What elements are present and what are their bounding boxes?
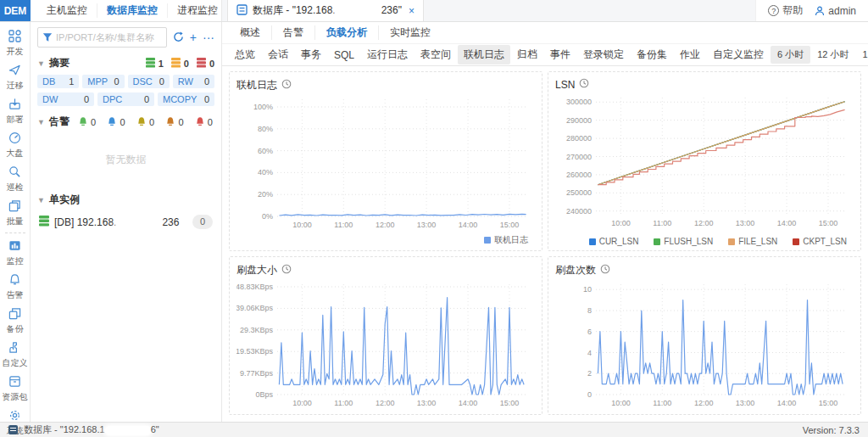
sidebar-item-告警[interactable]: 告警: [0, 270, 30, 304]
add-instance-icon[interactable]: +: [190, 31, 197, 43]
chart-panel-flush-count: 刷盘次数024681010:0011:0012:0013:0014:0015:0…: [548, 256, 861, 415]
svg-text:11:00: 11:00: [653, 219, 671, 227]
help-button[interactable]: ?帮助: [768, 3, 803, 18]
online-log-chart[interactable]: 0%20%40%60%80%100%10:0011:0012:0013:0014…: [236, 92, 537, 232]
close-tab-icon[interactable]: ×: [409, 5, 415, 17]
module-tab-1[interactable]: 主机监控: [37, 3, 97, 18]
subtab-联机日志[interactable]: 联机日志: [458, 45, 510, 64]
subtab-归档[interactable]: 归档: [511, 45, 543, 64]
svg-text:8: 8: [587, 306, 592, 315]
chip-label: DSC: [133, 76, 153, 87]
legend-item-CUR_LSN[interactable]: CUR_LSN: [589, 237, 639, 246]
lsn-chart[interactable]: 2400002500002600002700002800002900003000…: [555, 91, 855, 230]
statusbar-db-icon: [8, 425, 18, 434]
monitor-icon: [8, 239, 21, 255]
svg-text:250000: 250000: [566, 188, 592, 197]
subtab-登录锁定[interactable]: 登录锁定: [577, 45, 630, 64]
tab-告警[interactable]: 告警: [271, 25, 314, 40]
chip-label: MPP: [87, 76, 108, 87]
db-stack-icon: [171, 58, 181, 70]
sidebar-item-资源包[interactable]: 资源包: [0, 372, 30, 406]
svg-text:260000: 260000: [566, 171, 592, 179]
search-input[interactable]: [56, 32, 162, 42]
main-content: 概述告警负载分析实时监控 总览会话事务SQL运行日志表空间联机日志归档事件登录锁…: [222, 22, 868, 422]
subtab-SQL[interactable]: SQL: [328, 47, 360, 64]
sidebar-item-部署[interactable]: 部署: [0, 94, 30, 128]
subtab-自定义监控[interactable]: 自定义监控: [707, 45, 770, 64]
summary-count: 0: [209, 59, 214, 69]
chart-body: 2400002500002600002700002800002900003000…: [555, 91, 854, 237]
type-chip-RW[interactable]: RW0: [173, 75, 214, 88]
tab-负载分析[interactable]: 负载分析: [314, 25, 378, 40]
module-tab-2[interactable]: 数据库监控: [97, 3, 167, 18]
subtab-事件[interactable]: 事件: [544, 45, 576, 64]
single-instance-section-header[interactable]: ▼ 单实例: [37, 193, 214, 207]
tab-概述[interactable]: 概述: [229, 25, 271, 40]
header-right: ?帮助 admin: [755, 0, 868, 21]
svg-text:240000: 240000: [566, 207, 592, 216]
type-chip-DB[interactable]: DB1: [37, 75, 79, 88]
svg-text:11:00: 11:00: [334, 399, 353, 407]
time-range-6 小时[interactable]: 6 小时: [771, 46, 810, 64]
sidebar-item-备份[interactable]: 备份: [0, 304, 30, 338]
type-chip-MPP[interactable]: MPP0: [82, 75, 124, 88]
instance-list-item[interactable]: [DB] 192.168.236 0: [37, 207, 214, 237]
subtab-运行日志[interactable]: 运行日志: [361, 45, 414, 64]
svg-text:4: 4: [587, 349, 592, 357]
svg-text:14:00: 14:00: [459, 399, 478, 407]
alarm-section-header[interactable]: ▼ 告警 00000: [37, 115, 214, 129]
chip-value: 0: [159, 76, 164, 87]
svg-text:11:00: 11:00: [334, 221, 353, 229]
chip-row: DB1MPP0DSC0RW0: [37, 75, 214, 88]
chart-title: 联机日志: [236, 78, 277, 92]
panel-more-icon[interactable]: ···: [203, 31, 214, 43]
svg-text:15:00: 15:00: [819, 399, 838, 407]
sidebar-item-迁移[interactable]: 迁移: [0, 60, 30, 94]
legend-item-CKPT_LSN[interactable]: CKPT_LSN: [793, 237, 847, 246]
svg-text:6: 6: [587, 328, 592, 336]
refresh-icon[interactable]: [173, 31, 184, 44]
document-tab[interactable]: 数据库 - "192.168.236" ×: [227, 0, 424, 21]
flush-size-chart[interactable]: 0Bps9.77KBps19.53KBps29.3KBps39.06KBps48…: [236, 277, 537, 410]
subtab-备份集[interactable]: 备份集: [631, 45, 673, 64]
legend-item-FLUSH_LSN[interactable]: FLUSH_LSN: [654, 237, 713, 246]
alarm-level-4: 0: [165, 116, 183, 128]
type-chip-DPC[interactable]: DPC0: [97, 92, 154, 106]
svg-text:280000: 280000: [566, 134, 592, 143]
legend-item-联机日志[interactable]: 联机日志: [484, 234, 528, 246]
subtab-作业[interactable]: 作业: [674, 45, 706, 64]
clock-icon: [579, 78, 589, 91]
summary-section-header[interactable]: ▼ 摘要 100: [37, 56, 214, 70]
legend-item-FILE_LSN[interactable]: FILE_LSN: [728, 237, 777, 246]
sidebar-item-label: 迁移: [7, 80, 24, 92]
alarm-bell-icon: [136, 116, 147, 128]
chart-title: 刷盘次数: [555, 263, 596, 277]
time-range-group: 6 小时12 小时1 天3 天1 周1 月1 年自定义···: [771, 46, 868, 64]
subtab-会话[interactable]: 会话: [262, 45, 294, 64]
sidebar-item-自定义[interactable]: 自定义: [0, 338, 30, 372]
sidebar-item-监控[interactable]: 监控: [0, 236, 30, 270]
user-menu[interactable]: admin: [815, 5, 856, 17]
deploy-icon: [8, 98, 21, 113]
sidebar-item-巡检[interactable]: 巡检: [0, 162, 30, 196]
svg-text:0Bps: 0Bps: [255, 390, 273, 399]
subtab-表空间[interactable]: 表空间: [415, 45, 457, 64]
chip-value: 0: [84, 94, 89, 104]
sidebar-item-批量[interactable]: 批量: [0, 196, 30, 230]
chip-value: 0: [114, 76, 119, 87]
tab-实时监控[interactable]: 实时监控: [378, 25, 442, 40]
chart-body: 024681010:0011:0012:0013:0014:0015:00: [555, 277, 854, 412]
subtab-总览[interactable]: 总览: [229, 45, 261, 64]
type-chip-DW[interactable]: DW0: [37, 92, 94, 106]
search-box[interactable]: [37, 27, 167, 48]
time-range-12 小时[interactable]: 12 小时: [810, 46, 855, 64]
type-chip-MCOPY[interactable]: MCOPY0: [158, 92, 214, 106]
subtab-事务[interactable]: 事务: [295, 45, 327, 64]
sidebar-item-开发[interactable]: 开发: [0, 26, 30, 60]
time-range-1 天[interactable]: 1 天: [856, 46, 868, 64]
sidebar-item-大盘[interactable]: 大盘: [0, 128, 30, 162]
module-tab-3[interactable]: 进程监控: [167, 3, 227, 18]
sidebar-item-label: 巡检: [7, 182, 24, 193]
flush-count-chart[interactable]: 024681010:0011:0012:0013:0014:0015:00: [555, 277, 855, 410]
type-chip-DSC[interactable]: DSC0: [128, 75, 170, 88]
